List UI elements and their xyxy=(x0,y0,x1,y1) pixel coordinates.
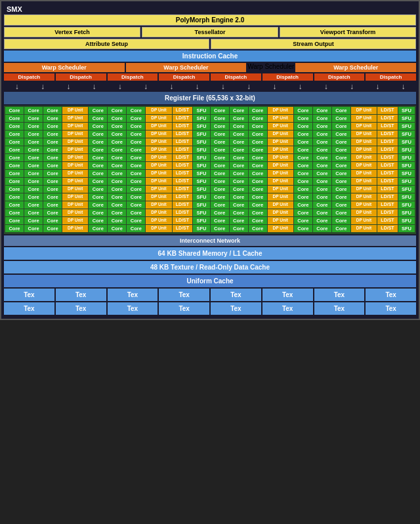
core-12-15: Core xyxy=(313,201,331,209)
core-2-2: Core xyxy=(43,123,62,130)
dp-10-13: DP Unit xyxy=(268,186,293,193)
core-4-15: Core xyxy=(313,138,331,146)
core-10-4: Core xyxy=(89,186,107,193)
core-1-5: Core xyxy=(108,115,126,122)
arrow-1: ↓ xyxy=(41,82,45,91)
core-3-10: Core xyxy=(211,131,229,138)
dp-4-13: DP Unit xyxy=(268,138,293,146)
dp-13-7: DP Unit xyxy=(146,209,171,216)
core-6-5: Core xyxy=(108,154,126,161)
sfu-4-19: SFU xyxy=(398,138,415,146)
core-11-11: Core xyxy=(230,193,248,201)
core-14-2: Core xyxy=(43,217,62,224)
core-9-14: Core xyxy=(294,178,312,185)
polymorph-title: PolyMorph Engine 2.0 xyxy=(4,14,416,26)
core-6-1: Core xyxy=(24,154,43,161)
ldst-11-18: LD/ST xyxy=(377,193,398,201)
dispatch-7: Dispatch xyxy=(366,73,416,81)
core-10-5: Core xyxy=(108,186,126,193)
sfu-4-9: SFU xyxy=(193,138,209,146)
core-row-9: CoreCoreCoreDP UnitCoreCoreCoreDP UnitLD… xyxy=(5,178,415,185)
warp-scheduler-1: Warp Scheduler xyxy=(126,63,247,72)
core-9-0: Core xyxy=(5,178,24,185)
tex-cell-0-4: Tex xyxy=(211,289,261,301)
core-row-6: CoreCoreCoreDP UnitCoreCoreCoreDP UnitLD… xyxy=(5,154,415,161)
core-6-12: Core xyxy=(249,154,267,161)
core-2-16: Core xyxy=(332,123,350,130)
register-file: Register File (65,536 x 32-bit) xyxy=(4,92,416,104)
dp-11-7: DP Unit xyxy=(146,193,171,201)
core-8-1: Core xyxy=(24,170,43,177)
core-row-10: CoreCoreCoreDP UnitCoreCoreCoreDP UnitLD… xyxy=(5,186,415,193)
core-4-4: Core xyxy=(89,138,107,146)
core-3-2: Core xyxy=(43,131,62,138)
core-6-6: Core xyxy=(127,154,145,161)
core-2-15: Core xyxy=(313,123,331,130)
core-3-1: Core xyxy=(24,131,43,138)
core-15-2: Core xyxy=(43,225,62,232)
core-row-7: CoreCoreCoreDP UnitCoreCoreCoreDP UnitLD… xyxy=(5,162,415,169)
core-14-11: Core xyxy=(230,217,248,224)
core-11-15: Core xyxy=(313,193,331,201)
ldst-12-8: LD/ST xyxy=(173,201,193,209)
core-row-13: CoreCoreCoreDP UnitCoreCoreCoreDP UnitLD… xyxy=(5,209,415,216)
polymorph-row2: Attribute Setup Stream Output xyxy=(4,39,416,49)
core-8-14: Core xyxy=(294,170,312,177)
dp-2-17: DP Unit xyxy=(351,123,377,130)
core-7-0: Core xyxy=(5,162,24,169)
ldst-3-8: LD/ST xyxy=(173,131,193,138)
core-7-11: Core xyxy=(230,162,248,169)
core-row-0: CoreCoreCoreDP UnitCoreCoreCoreDP UnitLD… xyxy=(5,107,415,114)
sfu-6-19: SFU xyxy=(398,154,415,161)
texture-cache: 48 KB Texture / Read-Only Data Cache xyxy=(4,261,416,273)
core-11-14: Core xyxy=(294,193,312,201)
core-0-6: Core xyxy=(127,107,145,114)
sfu-0-9: SFU xyxy=(193,107,209,114)
core-5-16: Core xyxy=(332,146,350,153)
tex-cell-1-2: Tex xyxy=(108,302,158,315)
dp-4-3: DP Unit xyxy=(62,138,88,146)
sfu-1-9: SFU xyxy=(193,115,209,122)
core-6-16: Core xyxy=(332,154,350,161)
arrow-5: ↓ xyxy=(144,82,148,91)
warp-scheduler-row: Warp Scheduler Warp Scheduler Warp Sched… xyxy=(4,63,416,72)
sfu-2-19: SFU xyxy=(398,123,415,130)
core-0-0: Core xyxy=(5,107,24,114)
core-9-15: Core xyxy=(313,178,331,185)
core-5-10: Core xyxy=(211,146,229,153)
core-13-2: Core xyxy=(43,209,62,216)
dp-1-17: DP Unit xyxy=(351,115,377,122)
core-6-2: Core xyxy=(43,154,62,161)
core-12-1: Core xyxy=(24,201,43,209)
core-3-16: Core xyxy=(332,131,350,138)
core-7-15: Core xyxy=(313,162,331,169)
ldst-6-18: LD/ST xyxy=(377,154,398,161)
viewport-transform: Viewport Transform xyxy=(280,27,416,37)
core-15-1: Core xyxy=(24,225,43,232)
core-14-10: Core xyxy=(211,217,229,224)
ldst-10-18: LD/ST xyxy=(377,186,398,193)
tex-cell-0-5: Tex xyxy=(262,289,313,301)
dp-15-13: DP Unit xyxy=(268,225,293,232)
core-10-0: Core xyxy=(5,186,24,193)
core-4-12: Core xyxy=(249,138,267,146)
dp-8-3: DP Unit xyxy=(62,170,88,177)
sfu-8-19: SFU xyxy=(398,170,415,177)
arrow-11: ↓ xyxy=(298,82,302,91)
dp-6-17: DP Unit xyxy=(351,154,377,161)
core-13-11: Core xyxy=(230,209,248,216)
core-11-2: Core xyxy=(43,193,62,201)
core-3-5: Core xyxy=(108,131,126,138)
arrow-4: ↓ xyxy=(118,82,122,91)
instruction-cache: Instruction Cache xyxy=(4,50,416,62)
core-2-12: Core xyxy=(249,123,267,130)
arrow-9: ↓ xyxy=(247,82,251,91)
tex-cell-1-4: Tex xyxy=(211,302,261,315)
core-8-10: Core xyxy=(211,170,229,177)
core-15-6: Core xyxy=(127,225,145,232)
core-10-2: Core xyxy=(43,186,62,193)
sfu-14-9: SFU xyxy=(193,217,209,224)
core-1-1: Core xyxy=(24,115,43,122)
core-10-16: Core xyxy=(332,186,350,193)
ldst-15-18: LD/ST xyxy=(377,225,398,232)
